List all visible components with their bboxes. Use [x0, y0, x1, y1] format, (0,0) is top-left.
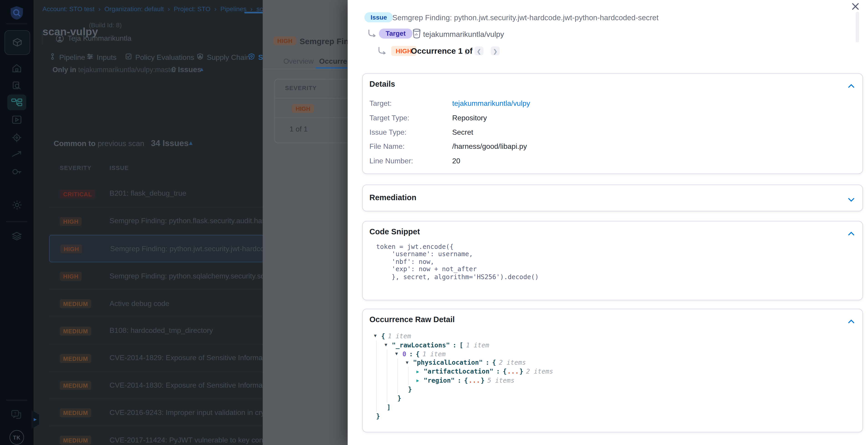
tab-inputs[interactable]: Inputs [87, 53, 116, 62]
sto-logo-icon[interactable] [0, 6, 34, 20]
occurrences-table-card: SEVERITY HIGH 1 of 1 [274, 79, 348, 143]
json-tree-line[interactable]: ▶"region":{...}5 items [371, 376, 556, 385]
json-punct: [ [459, 341, 463, 349]
collapse-arrow-icon[interactable]: ▼ [406, 360, 413, 365]
templates-layers-icon[interactable] [0, 232, 34, 240]
security-shield-icon [248, 53, 255, 62]
severity-badge: MEDIUM [60, 299, 91, 308]
home-icon[interactable] [0, 63, 34, 73]
getting-started-icon[interactable] [0, 150, 34, 158]
chevron-up-icon[interactable] [848, 316, 855, 326]
json-count: 1 item [466, 341, 489, 349]
collapse-arrow-icon[interactable]: ▼ [374, 333, 381, 338]
target-name[interactable]: tejakummarikuntla/vulpy [423, 30, 504, 39]
detail-row: Line Number:20 [369, 154, 856, 168]
issue-drawer-title: Semgrep Findin [300, 37, 348, 46]
breadcrumb[interactable]: Account: STO test›Organization: default›… [42, 6, 287, 12]
detail-label: Target Type: [369, 114, 452, 122]
executions-play-icon[interactable] [0, 115, 34, 124]
supply-chain-icon [197, 53, 204, 62]
json-tree-line[interactable]: ▼"_rawLocations":[1 item [371, 340, 556, 350]
tab-label: Inputs [97, 53, 116, 62]
breadcrumb-separator: › [168, 6, 170, 12]
scrollbar-thumb[interactable] [856, 12, 859, 42]
chevron-up-icon[interactable] [848, 81, 855, 91]
common-section-header[interactable]: Common to previous scan 34 Issues ▲ [54, 139, 144, 148]
detail-row: Issue Type:Secret [369, 125, 856, 139]
json-tree-line[interactable]: } [371, 385, 556, 394]
common-mid-label: previous scan [98, 139, 144, 148]
json-tree-line[interactable]: ▶"artifactLocation":{...}2 items [371, 367, 556, 376]
json-punct: } [480, 377, 485, 384]
detail-value: Repository [452, 114, 487, 122]
severity-cell: CRITICAL [49, 188, 110, 198]
divider [42, 31, 42, 45]
tab-occurrences[interactable]: Occurrenc [319, 57, 348, 65]
help-chat-icon[interactable]: ? [0, 410, 34, 421]
severity-badge: CRITICAL [60, 189, 95, 198]
severity-cell: MEDIUM [49, 298, 110, 308]
tab-s[interactable]: S [248, 53, 263, 62]
expand-arrow-icon[interactable]: ▶ [416, 378, 424, 383]
json-count: 1 item [388, 332, 411, 340]
tab-policy-evaluations[interactable]: Policy Evaluations [125, 53, 194, 62]
occurrence-label: Occurrence 1 of [411, 47, 472, 55]
occurrence-severity-badge[interactable]: HIGH [292, 104, 314, 113]
close-icon[interactable] [851, 2, 860, 10]
prev-occurrence-button[interactable]: ❮ [474, 47, 483, 55]
chevron-down-icon[interactable] [848, 194, 855, 204]
json-punct: } [520, 368, 523, 375]
tab-supply-chain[interactable]: Supply Chain [197, 53, 250, 62]
breadcrumb-item[interactable]: Account: STO test [42, 6, 95, 12]
sidebar-divider [6, 24, 27, 24]
json-punct: : [409, 350, 413, 358]
breadcrumb-item[interactable]: Project: STO [174, 6, 210, 12]
json-tree-line[interactable]: ▼0:{1 item [371, 350, 556, 358]
sidebar-divider [6, 400, 27, 400]
module-selector-button[interactable] [4, 30, 30, 55]
json-tree-line[interactable]: ▼"physicalLocation":{2 items [371, 358, 556, 367]
json-count: 2 items [526, 368, 553, 375]
breadcrumb-item[interactable]: Organization: default [104, 6, 164, 12]
collapse-arrow-icon[interactable]: ▼ [384, 343, 392, 347]
build-id-label: (Build Id: 8) [89, 22, 122, 29]
json-count: 2 items [499, 359, 526, 366]
collapse-arrow-icon[interactable]: ▼ [395, 351, 402, 356]
common-label: Common to [54, 139, 95, 148]
pipelines-icon[interactable] [0, 98, 34, 107]
user-avatar[interactable]: TK [9, 430, 24, 445]
divider [275, 98, 348, 98]
settings-gear-icon[interactable] [0, 200, 34, 210]
detail-label: Line Number: [369, 157, 452, 165]
issue-severity-badge: HIGH [273, 36, 297, 45]
sidebar-divider [6, 221, 27, 222]
breadcrumb-item[interactable]: Pipelines [220, 6, 247, 12]
json-punct: } [376, 412, 380, 420]
token-key-icon[interactable] [0, 168, 34, 176]
json-tree-line[interactable]: ▼{1 item [371, 332, 556, 340]
json-tree-line[interactable]: } [371, 394, 556, 403]
tab-label: Supply Chain [207, 53, 250, 62]
targets-crosshair-icon[interactable] [0, 132, 34, 143]
json-punct: } [397, 394, 401, 402]
json-index: 0 [402, 350, 406, 358]
chevron-up-icon[interactable]: ▲ [199, 66, 205, 72]
chevron-up-icon[interactable] [848, 228, 855, 238]
json-tree-line[interactable]: ] [371, 403, 556, 412]
detail-value: /harness/good/libapi.py [452, 142, 527, 151]
occurrence-total: 1 [464, 47, 469, 56]
json-tree-line[interactable]: } [371, 411, 556, 420]
scans-search-icon[interactable] [0, 81, 34, 91]
tab-pipeline[interactable]: Pipeline [49, 53, 85, 62]
target-badge: Target [379, 28, 412, 38]
tab-overview[interactable]: Overview [283, 57, 313, 65]
severity-cell: MEDIUM [49, 380, 110, 390]
next-occurrence-button[interactable]: ❯ [491, 47, 500, 55]
issue-title: B201: flask_debug_true [110, 189, 186, 198]
detail-value[interactable]: tejakummarikuntla/vulpy [452, 99, 530, 108]
only-in-section-header[interactable]: Only in tejakummarikuntla/vulpy:master 0… [53, 66, 177, 74]
expand-arrow-icon[interactable]: ▶ [416, 369, 424, 374]
chevron-up-icon[interactable]: ▲ [188, 139, 194, 146]
divider [262, 69, 348, 69]
detail-row: Target Type:Repository [369, 111, 856, 125]
